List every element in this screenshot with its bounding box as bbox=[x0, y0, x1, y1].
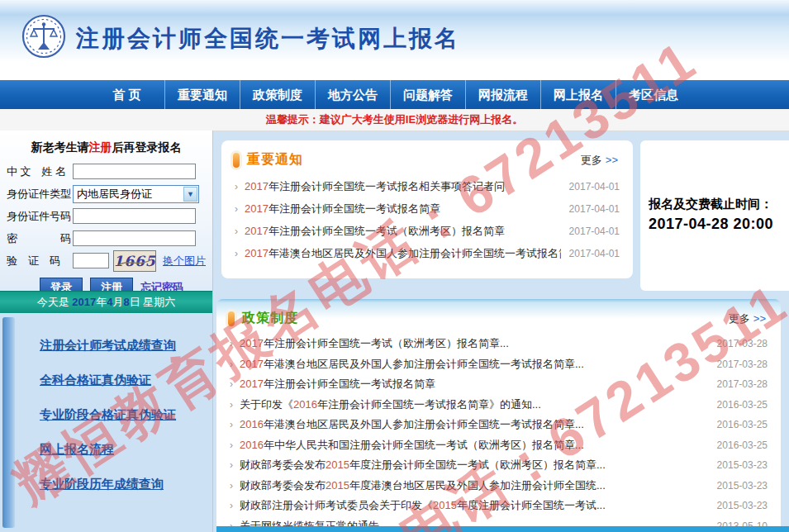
policy-item-date: 2015-03-23 bbox=[717, 500, 768, 511]
policy-item-link[interactable]: 财政部注册会计师考试委员会关于印发《2015年度注册会计师全国统一考试... bbox=[240, 498, 709, 513]
sidebar-menu-link[interactable]: 专业阶段历年成绩查询 bbox=[40, 477, 212, 492]
register-link[interactable]: 注册 bbox=[89, 140, 112, 154]
notice-list-item: › 2017年注册会计师全国统一考试报名简章 2017-04-01 bbox=[235, 197, 620, 220]
nav-item[interactable]: 问题解答 bbox=[390, 80, 465, 109]
policy-item-date: 2016-03-25 bbox=[717, 439, 768, 451]
policy-list-item: › 2017年注册会计师全国统一考试报名简章 2017-03-28 bbox=[230, 374, 768, 395]
nav-item[interactable]: 网上报名 bbox=[540, 80, 616, 109]
section-marker-icon bbox=[228, 311, 235, 326]
nav-item[interactable]: 地方公告 bbox=[315, 80, 390, 109]
nav-item[interactable]: 首 页 bbox=[89, 80, 164, 109]
captcha-label: 验 证 码 bbox=[7, 254, 73, 268]
login-title-suffix: 后再登录报名 bbox=[112, 140, 182, 154]
policies-more-link[interactable]: 更多>> bbox=[729, 311, 766, 326]
policy-item-link[interactable]: 2017年港澳台地区居民及外国人参加注册会计师全国统一考试报名简章... bbox=[240, 357, 709, 372]
nav-item[interactable]: 考区信息 bbox=[616, 80, 691, 109]
site-header: 注册会计师全国统一考试网上报名 bbox=[0, 0, 789, 80]
item-arrow-icon: › bbox=[230, 338, 233, 349]
login-panel-title: 新老考生请注册后再登录报名 bbox=[0, 140, 212, 155]
policy-item-link[interactable]: 财政部考委会发布2015年度注册会计师全国统一考试（欧洲考区）报名简章... bbox=[240, 458, 709, 473]
important-notices-title: 重要通知 bbox=[247, 151, 303, 169]
id-type-value: 内地居民身份证 bbox=[77, 187, 152, 202]
sidebar-menu-link[interactable]: 网上报名流程 bbox=[40, 442, 212, 458]
policy-list-item: › 财政部考委会发布2015年度注册会计师全国统一考试（欧洲考区）报名简章...… bbox=[230, 455, 768, 476]
notice-list-item: › 2017年注册会计师全国统一考试报名相关事项答记者问 2017-04-01 bbox=[235, 175, 620, 197]
policy-item-date: 2016-03-25 bbox=[717, 419, 768, 430]
policy-list-item: › 财政部考委会发布2015年度港澳台地区居民及外国人参加注册会计师全国统...… bbox=[230, 476, 768, 496]
policy-list-item: › 2016年中华人民共和国注册会计师全国统一考试（欧洲考区）报名简章... 2… bbox=[230, 435, 768, 456]
item-arrow-icon: › bbox=[230, 480, 233, 492]
main-nav: 首 页重要通知政策制度地方公告问题解答网报流程网上报名考区信息 bbox=[0, 80, 789, 109]
id-type-select[interactable]: 内地居民身份证 ▼ bbox=[73, 185, 199, 203]
notice-item-date: 2017-04-01 bbox=[569, 203, 620, 215]
more-label: 更多 bbox=[581, 154, 602, 166]
item-arrow-icon: › bbox=[235, 203, 238, 215]
nav-item[interactable]: 重要通知 bbox=[164, 80, 240, 109]
notice-list-item: › 2017年港澳台地区居民及外国人参加注册会计师全国统一考试报名简章 2017… bbox=[235, 242, 620, 264]
item-arrow-icon: › bbox=[230, 439, 233, 451]
sidebar-accent-strip bbox=[2, 317, 15, 528]
policies-panel: 政策制度 更多>> › 2017年注册会计师全国统一考试（欧洲考区）报名简章..… bbox=[216, 299, 781, 532]
policy-item-date: 2015-03-23 bbox=[717, 459, 768, 471]
name-input[interactable] bbox=[73, 164, 196, 179]
captcha-refresh-link[interactable]: 换个图片 bbox=[163, 254, 206, 268]
browser-tip-bar: 温馨提示：建议广大考生使用IE浏览器进行网上报名。 bbox=[0, 109, 789, 131]
policy-item-date: 2017-03-28 bbox=[717, 359, 768, 370]
policy-item-link[interactable]: 关于印发《2016年注册会计师全国统一考试报名简章》的通知... bbox=[240, 397, 709, 412]
nav-item[interactable]: 政策制度 bbox=[240, 80, 315, 109]
captcha-input[interactable] bbox=[73, 253, 109, 268]
item-arrow-icon: › bbox=[230, 500, 233, 511]
policy-item-link[interactable]: 2016年港澳台地区居民及外国人参加注册会计师全国统一考试报名简章... bbox=[240, 417, 709, 432]
deadline-box: 报名及交费截止时间： 2017-04-28 20:00 bbox=[640, 140, 789, 291]
page-title: 注册会计师全国统一考试网上报名 bbox=[76, 23, 460, 55]
more-arrows-icon: >> bbox=[606, 154, 618, 166]
today-date-bar: 今天是 2017年4月8日 星期六 bbox=[0, 291, 212, 313]
item-arrow-icon: › bbox=[235, 226, 238, 237]
id-type-label: 身份证件类型 bbox=[7, 187, 73, 202]
policy-item-link[interactable]: 2017年注册会计师全国统一考试报名简章 bbox=[240, 377, 709, 392]
item-arrow-icon: › bbox=[230, 359, 233, 370]
notice-item-link[interactable]: 2017年注册会计师全国统一考试报名相关事项答记者问 bbox=[245, 179, 561, 194]
item-arrow-icon: › bbox=[230, 459, 233, 471]
left-sidebar: 新老考生请注册后再登录报名 中 文 姓 名 身份证件类型 内地居民身份证 ▼ 身… bbox=[0, 131, 213, 532]
important-notices-more-link[interactable]: 更多>> bbox=[581, 153, 618, 168]
notice-item-date: 2017-04-01 bbox=[569, 248, 620, 259]
page: 耀恒教育报名电话：67213511 耀恒教育报名电话：67213511 注册会计… bbox=[0, 0, 789, 532]
policies-title: 政策制度 bbox=[242, 310, 298, 327]
policy-list-item: › 财政部注册会计师考试委员会关于印发《2015年度注册会计师全国统一考试...… bbox=[230, 496, 768, 516]
nav-item[interactable]: 网报流程 bbox=[465, 80, 540, 109]
deadline-datetime: 2017-04-28 20:00 bbox=[649, 216, 786, 233]
policy-item-date: 2016-03-25 bbox=[717, 399, 768, 411]
policy-item-link[interactable]: 2017年注册会计师全国统一考试（欧洲考区）报名简章... bbox=[240, 336, 709, 351]
sidebar-menu: 注册会计师考试成绩查询全科合格证真伪验证专业阶段合格证真伪验证网上报名流程专业阶… bbox=[0, 313, 212, 532]
important-notices-panel: 重要通知 更多>> › 2017年注册会计师全国统一考试报名相关事项答记者问 2… bbox=[221, 140, 633, 278]
item-arrow-icon: › bbox=[230, 378, 233, 390]
sidebar-menu-link[interactable]: 专业阶段合格证真伪验证 bbox=[40, 407, 212, 423]
notice-list-item: › 2017年注册会计师全国统一考试（欧洲考区）报名简章 2017-04-01 bbox=[235, 220, 620, 242]
password-label: 密 码 bbox=[7, 231, 73, 246]
notice-item-link[interactable]: 2017年港澳台地区居民及外国人参加注册会计师全国统一考试报名简章 bbox=[245, 246, 561, 261]
notice-item-date: 2017-04-01 bbox=[569, 226, 620, 237]
policy-list-item: › 2017年港澳台地区居民及外国人参加注册会计师全国统一考试报名简章... 2… bbox=[230, 354, 768, 375]
deadline-label: 报名及交费截止时间： bbox=[649, 197, 786, 212]
sidebar-menu-link[interactable]: 注册会计师考试成绩查询 bbox=[40, 338, 212, 354]
policy-item-date: 2017-03-28 bbox=[717, 338, 768, 349]
footer-strip bbox=[216, 526, 789, 532]
notice-item-link[interactable]: 2017年注册会计师全国统一考试（欧洲考区）报名简章 bbox=[245, 224, 561, 239]
policy-list-item: › 2017年注册会计师全国统一考试（欧洲考区）报名简章... 2017-03-… bbox=[230, 334, 768, 354]
item-arrow-icon: › bbox=[230, 419, 233, 430]
sidebar-menu-link[interactable]: 全科合格证真伪验证 bbox=[40, 373, 212, 388]
policy-list-item: › 关于印发《2016年注册会计师全国统一考试报名简章》的通知... 2016-… bbox=[230, 395, 768, 416]
policy-item-link[interactable]: 2016年中华人民共和国注册会计师全国统一考试（欧洲考区）报名简章... bbox=[240, 438, 709, 453]
policy-item-link[interactable]: 财政部考委会发布2015年度港澳台地区居民及外国人参加注册会计师全国统... bbox=[240, 478, 709, 493]
login-title-prefix: 新老考生请 bbox=[31, 140, 89, 154]
more-arrows-icon: >> bbox=[753, 312, 766, 325]
policy-item-date: 2015-03-23 bbox=[717, 480, 768, 492]
more-label: 更多 bbox=[729, 312, 750, 325]
password-input[interactable] bbox=[73, 230, 196, 246]
captcha-image: 1665 bbox=[113, 250, 156, 272]
chevron-down-icon[interactable]: ▼ bbox=[183, 187, 197, 202]
notice-item-link[interactable]: 2017年注册会计师全国统一考试报名简章 bbox=[245, 202, 561, 216]
item-arrow-icon: › bbox=[230, 399, 233, 411]
id-number-input[interactable] bbox=[73, 208, 196, 224]
